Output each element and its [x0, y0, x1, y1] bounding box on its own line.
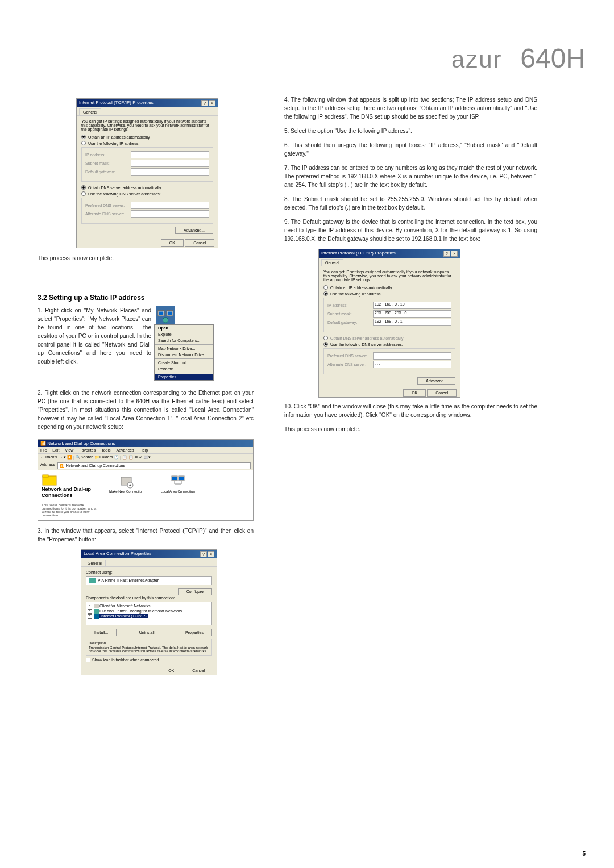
menu-advanced[interactable]: Advanced: [117, 448, 134, 452]
svg-rect-12: [172, 477, 177, 480]
advanced-button[interactable]: Advanced...: [417, 377, 455, 385]
ok-button[interactable]: OK: [161, 239, 184, 247]
address-label: Address: [40, 462, 55, 469]
address-input[interactable]: 📶 Network and Dial-up Connections: [57, 462, 251, 469]
pref-dns-label: Preferred DNS server:: [85, 203, 131, 207]
ctx-disconnect[interactable]: Disconnect Network Drive...: [155, 352, 213, 358]
radio-obtain-dns[interactable]: [81, 185, 86, 190]
checkbox-taskbar[interactable]: [86, 658, 90, 662]
cancel-button[interactable]: Cancel: [185, 239, 214, 247]
model-text: 640H: [520, 43, 586, 73]
client-icon: [94, 604, 99, 608]
configure-button[interactable]: Configure: [178, 588, 212, 595]
fileprint-icon: [94, 609, 99, 614]
lan-titlebar: Local Area Connection Properties ? ×: [81, 550, 217, 558]
help-icon[interactable]: ?: [200, 551, 207, 557]
desc-text: Transmission Control Protocol/Internet P…: [89, 646, 209, 653]
explorer-menubar: File Edit View Favorites Tools Advanced …: [38, 447, 253, 453]
pref-dns-input[interactable]: [131, 202, 209, 209]
menu-edit[interactable]: Edit: [52, 448, 59, 452]
cancel-button[interactable]: Cancel: [427, 389, 457, 397]
tab-general[interactable]: General: [79, 108, 101, 115]
radio-obtain-ip[interactable]: [81, 135, 86, 139]
cancel-button[interactable]: Cancel: [184, 667, 213, 674]
step-9-text: 9. The Default gateway is the device tha…: [284, 218, 537, 243]
ok-button[interactable]: OK: [160, 667, 182, 674]
uninstall-button[interactable]: Uninstall: [131, 629, 163, 636]
tcpip-selected[interactable]: Internet Protocol (TCP/IP): [99, 614, 148, 618]
step-1-text: 1. Right click on "My Network Places" an…: [38, 306, 151, 366]
tab-general[interactable]: General: [321, 259, 343, 266]
svg-rect-18: [94, 604, 99, 608]
close-icon[interactable]: ×: [451, 251, 458, 257]
menu-view[interactable]: View: [65, 448, 73, 452]
subnet-input[interactable]: 255 . 255 . 255 . 0: [373, 310, 451, 318]
page-number: 5: [582, 850, 586, 857]
radio-use-dns[interactable]: [81, 191, 86, 196]
adapter-icon: [89, 578, 96, 583]
step-5-text: 5. Select the option "Use the following …: [284, 127, 537, 135]
ctx-rename[interactable]: Rename: [155, 366, 213, 372]
checkbox-fileprint[interactable]: [88, 609, 92, 614]
make-new-connection-icon[interactable]: + Make New Connection: [109, 474, 143, 517]
properties-button[interactable]: Properties: [177, 629, 212, 636]
ctx-search[interactable]: Search for Computers...: [155, 337, 213, 344]
heading-32: 3.2 Setting up a Static IP address: [38, 294, 254, 302]
ctx-properties[interactable]: Properties: [155, 374, 213, 380]
gateway-input[interactable]: 192 . 168 . 0 . 1|: [373, 319, 451, 326]
ctx-open[interactable]: Open: [155, 325, 213, 331]
menu-file[interactable]: File: [40, 448, 47, 452]
svg-rect-3: [168, 312, 172, 315]
dialog-titlebar: Internet Protocol (TCP/IP) Properties ? …: [319, 249, 460, 258]
svg-rect-17: [89, 578, 96, 583]
help-icon[interactable]: ?: [201, 100, 208, 106]
radio-obtain-ip[interactable]: [323, 285, 328, 290]
alt-dns-input[interactable]: . . .: [373, 361, 451, 368]
pref-dns-input[interactable]: . . .: [373, 352, 451, 360]
ip-input[interactable]: [131, 151, 209, 158]
checkbox-tcpip[interactable]: [88, 614, 92, 619]
ctx-shortcut[interactable]: Create Shortcut: [155, 360, 213, 366]
tab-general[interactable]: General: [84, 560, 106, 566]
local-area-connection-icon[interactable]: Local Area Connection: [160, 474, 194, 517]
radio-use-dns[interactable]: [323, 342, 328, 347]
close-icon[interactable]: ×: [208, 551, 214, 557]
step-10-text: 10. Click "OK" and the window will close…: [284, 402, 537, 419]
menu-favorites[interactable]: Favorites: [79, 448, 96, 452]
advanced-button[interactable]: Advanced...: [175, 227, 213, 234]
caption-complete-1: This process is now complete.: [38, 254, 254, 262]
gateway-input[interactable]: [131, 168, 209, 176]
radio-use-ip[interactable]: [323, 291, 328, 296]
checkbox-client[interactable]: [88, 604, 92, 608]
explorer-toolbar[interactable]: ← Back ▾ → ▾ 🔼 | 🔍Search 📁Folders 🕒 | 📋 …: [38, 453, 253, 461]
brand-text: azur: [451, 46, 503, 73]
menu-tools[interactable]: Tools: [101, 448, 110, 452]
svg-rect-6: [43, 475, 48, 477]
explorer-titlebar: 📶 Network and Dial-up Connections: [38, 440, 253, 447]
ctx-map[interactable]: Map Network Drive...: [155, 345, 213, 352]
page-header: azur 640H: [451, 43, 586, 74]
svg-text:+: +: [129, 483, 132, 488]
ok-button[interactable]: OK: [403, 389, 426, 397]
desc-label: Description: [89, 641, 209, 645]
subnet-label: Subnet mask:: [85, 161, 131, 165]
subnet-input[interactable]: [131, 160, 209, 167]
radio-obtain-dns[interactable]: [323, 336, 328, 340]
help-icon[interactable]: ?: [443, 251, 450, 257]
explorer-window: 📶 Network and Dial-up Connections File E…: [38, 439, 254, 521]
svg-point-4: [163, 318, 168, 323]
dialog-titlebar: Internet Protocol (TCP/IP) Properties ? …: [77, 99, 218, 107]
svg-rect-13: [179, 477, 184, 480]
ctx-explore[interactable]: Explore: [155, 331, 213, 337]
menu-help[interactable]: Help: [140, 448, 148, 452]
radio-use-ip[interactable]: [81, 141, 86, 145]
ip-label: IP address:: [85, 153, 131, 157]
install-button[interactable]: Install...: [86, 629, 117, 636]
ip-input[interactable]: 192 . 168 . 0 . 10: [373, 302, 451, 309]
step-4-text: 4. The following window that appears is …: [284, 95, 537, 121]
alt-dns-input[interactable]: [131, 210, 209, 218]
svg-rect-20: [94, 614, 99, 619]
close-icon[interactable]: ×: [209, 100, 215, 106]
components-text: Components checked are used by this conn…: [86, 596, 212, 600]
svg-rect-19: [94, 609, 99, 614]
